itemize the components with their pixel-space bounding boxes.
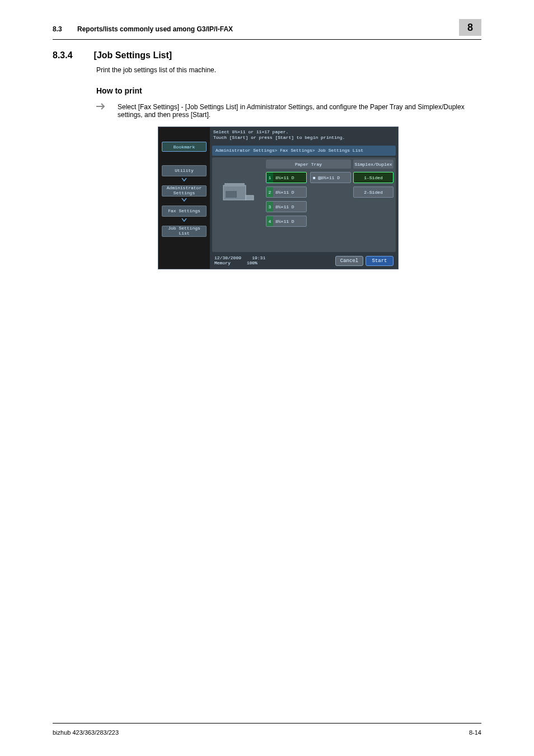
status-time: 19:31 — [252, 255, 265, 260]
svg-rect-3 — [246, 195, 254, 200]
svg-rect-1 — [224, 183, 245, 186]
nav-utility[interactable]: Utility — [162, 165, 207, 176]
hint-text: Select 8½×11 or 11×17 paper. Touch [Star… — [210, 127, 398, 143]
status-memory-label: Memory — [214, 260, 231, 265]
intro-paragraph: Print the job settings list of this mach… — [96, 66, 481, 74]
header-simplex-duplex: Simplex/Duplex — [353, 160, 394, 169]
tray-label: 8½×11 D — [275, 175, 306, 180]
footer-product: bizhub 423/363/283/223 — [53, 729, 119, 736]
section-title: Reports/lists commonly used among G3/IP/… — [77, 25, 233, 33]
tray-bypass-button[interactable]: ■ ▤8½×11 D — [310, 172, 351, 183]
paper-tray-column: 1 8½×11 D ■ ▤8½×11 D 2 8½×11 D — [266, 172, 351, 230]
tray-number: 4 — [266, 216, 273, 226]
header-rule — [53, 39, 481, 40]
tray-1-button[interactable]: 1 8½×11 D — [266, 172, 307, 183]
step-text: Select [Fax Settings] - [Job Settings Li… — [118, 103, 481, 119]
one-sided-button[interactable]: 1-Sided — [353, 172, 394, 183]
settings-area: Paper Tray Simplex/Duplex — [212, 157, 396, 252]
tray-4-button[interactable]: 4 8½×11 D — [266, 216, 307, 227]
nav-fax-settings[interactable]: Fax Settings — [162, 206, 207, 217]
bookmark-button[interactable]: Bookmark — [162, 142, 207, 152]
tray-label: 8½×11 D — [275, 190, 306, 195]
chevron-down-icon — [158, 178, 210, 182]
running-header: 8.3 Reports/lists commonly used among G3… — [53, 22, 481, 36]
tray-2-button[interactable]: 2 8½×11 D — [266, 186, 307, 198]
tray-label: ■ ▤8½×11 D — [311, 175, 350, 180]
breadcrumb: Administrator Settings> Fax Settings> Jo… — [212, 146, 396, 156]
arrow-right-icon — [96, 103, 106, 111]
nav-job-settings-list[interactable]: Job Settings List — [162, 226, 207, 237]
hint-line-1: Select 8½×11 or 11×17 paper. — [213, 129, 288, 134]
status-memory-value: 100% — [247, 260, 257, 265]
footer: bizhub 423/363/283/223 8-14 — [53, 729, 481, 736]
header-paper-tray: Paper Tray — [266, 160, 351, 169]
heading-3-number: 8.3.4 — [53, 50, 73, 60]
chapter-number: 8 — [467, 22, 473, 34]
status-datetime: 12/30/2009 19:31 Memory 100% — [212, 256, 265, 266]
svg-rect-2 — [226, 191, 237, 198]
footer-page: 8-14 — [469, 729, 481, 736]
two-sided-button[interactable]: 2-Sided — [353, 186, 394, 198]
hint-line-2: Touch [Start] or press [Start] to begin … — [213, 135, 345, 140]
screenshot-main-panel: Select 8½×11 or 11×17 paper. Touch [Star… — [210, 127, 398, 269]
status-bar: 12/30/2009 19:31 Memory 100% Cancel Star… — [212, 254, 396, 268]
column-headers: Paper Tray Simplex/Duplex — [212, 160, 396, 169]
nav-admin-settings[interactable]: Administrator Settings — [162, 185, 207, 197]
heading-4: How to print — [96, 86, 481, 95]
copier-icon — [220, 180, 256, 207]
screenshot-nav-column: Bookmark Utility Administrator Settings … — [158, 127, 210, 269]
cancel-button[interactable]: Cancel — [335, 256, 363, 266]
tray-number: 2 — [266, 187, 273, 197]
tray-3-button[interactable]: 3 8½×11 D — [266, 201, 307, 212]
start-button[interactable]: Start — [366, 256, 394, 266]
tray-label: 8½×11 D — [275, 219, 306, 224]
section-number: 8.3 — [53, 25, 62, 33]
duplex-column: 1-Sided 2-Sided — [353, 172, 394, 201]
footer-rule — [53, 723, 481, 724]
chevron-down-icon — [158, 218, 210, 222]
tray-number: 3 — [266, 202, 273, 212]
heading-3: 8.3.4 [Job Settings List] — [53, 50, 481, 60]
tray-number: 1 — [266, 172, 273, 183]
screenshot-figure: Bookmark Utility Administrator Settings … — [158, 127, 399, 269]
status-date: 12/30/2009 — [214, 255, 241, 260]
chapter-number-box: 8 — [459, 19, 481, 36]
step-row: Select [Fax Settings] - [Job Settings Li… — [96, 103, 481, 119]
tray-label: 8½×11 D — [275, 204, 306, 209]
chevron-down-icon — [158, 198, 210, 202]
heading-3-title: [Job Settings List] — [94, 50, 172, 60]
running-header-left: 8.3 Reports/lists commonly used among G3… — [53, 25, 233, 33]
